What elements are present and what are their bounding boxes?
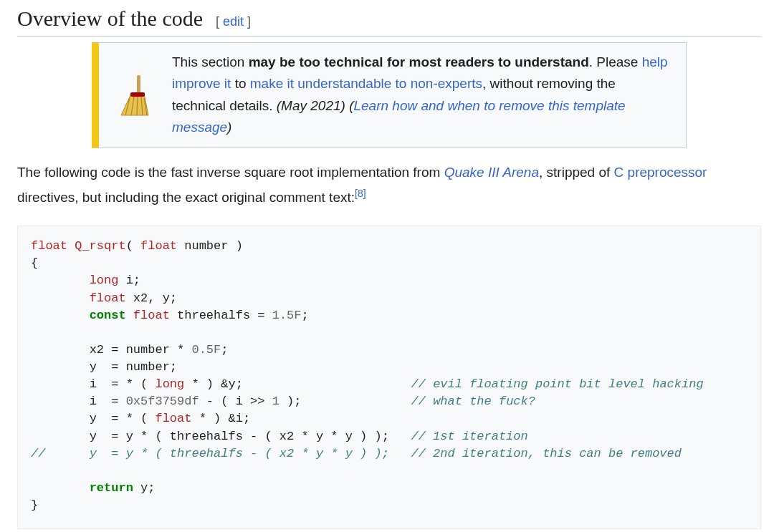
ambox-technical: This section may be too technical for mo… <box>92 42 687 148</box>
ref-8[interactable]: [8] <box>355 188 366 199</box>
svg-rect-1 <box>130 92 145 97</box>
c-preprocessor-link[interactable]: C preprocessor <box>614 165 707 180</box>
quake-link[interactable]: Quake III Arena <box>444 165 539 180</box>
ambox-text: This section may be too technical for mo… <box>168 43 686 147</box>
svg-rect-0 <box>137 75 140 95</box>
ambox-date: (May 2021) <box>277 98 345 113</box>
intro-paragraph: The following code is the fast inverse s… <box>17 160 761 211</box>
section-title: Overview of the code <box>17 6 203 30</box>
ambox-bold: may be too technical for most readers to… <box>249 54 589 69</box>
code-block: float Q_rsqrt( float number ) { long i; … <box>17 226 761 529</box>
edit-section: [ edit ] <box>216 14 251 29</box>
edit-link[interactable]: edit <box>223 14 244 29</box>
section-heading: Overview of the code [ edit ] <box>17 0 761 37</box>
broom-icon <box>99 49 168 142</box>
understandable-link[interactable]: make it understandable to non-experts <box>250 76 482 91</box>
